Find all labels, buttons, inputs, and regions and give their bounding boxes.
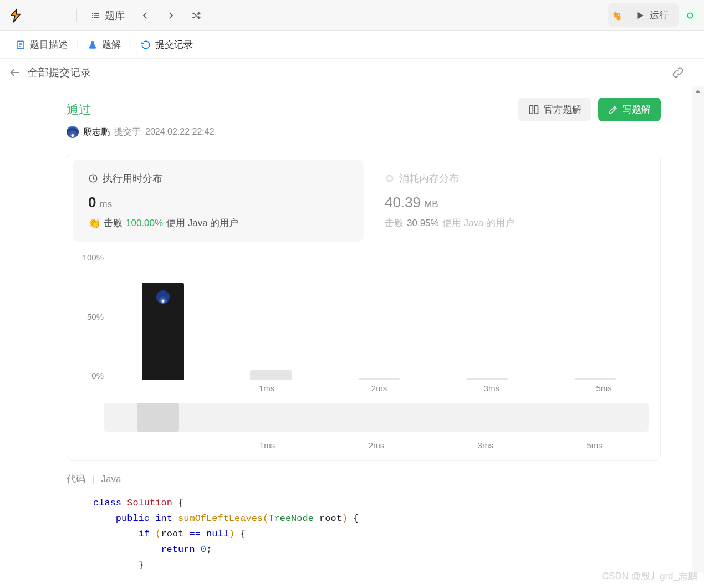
next-button[interactable] bbox=[160, 7, 181, 24]
sub-header: 全部提交记录 bbox=[0, 59, 704, 86]
official-solution-button[interactable]: 官方题解 bbox=[518, 98, 591, 121]
divider: | bbox=[76, 40, 79, 50]
scrollbar[interactable] bbox=[692, 86, 704, 573]
bar[interactable] bbox=[358, 378, 400, 380]
chart-plot[interactable] bbox=[109, 253, 649, 380]
beat-pct: 100.00% bbox=[126, 218, 163, 229]
bar[interactable] bbox=[466, 378, 508, 380]
minimap-column[interactable] bbox=[431, 403, 540, 432]
clap-icon: 👏 bbox=[88, 217, 100, 229]
runtime-chart: 100%50%0% bbox=[67, 247, 660, 380]
run-label: 运行 bbox=[650, 9, 669, 22]
play-icon bbox=[635, 11, 645, 21]
beat-suffix: 使用 Java 的用户 bbox=[166, 217, 238, 229]
history-icon bbox=[141, 40, 151, 50]
bar-column[interactable] bbox=[541, 253, 649, 380]
tab-label: 题解 bbox=[102, 38, 121, 51]
tab-submissions[interactable]: 提交记录 bbox=[134, 34, 200, 55]
tab-description[interactable]: 题目描述 bbox=[9, 34, 74, 55]
run-button[interactable]: 运行 bbox=[628, 6, 676, 25]
run-area: 运行 bbox=[608, 3, 679, 27]
minimap-label: 5ms bbox=[540, 441, 649, 450]
subhead-title: 全部提交记录 bbox=[28, 65, 91, 80]
minimap-labels: 1ms2ms3ms5ms bbox=[67, 441, 660, 460]
minimap-column[interactable] bbox=[322, 403, 431, 432]
submitted-prefix: 提交于 bbox=[114, 126, 141, 138]
y-tick: 50% bbox=[87, 312, 104, 321]
y-tick: 0% bbox=[91, 371, 104, 380]
problems-label: 题库 bbox=[105, 9, 125, 22]
chevron-left-icon bbox=[140, 11, 150, 21]
back-button[interactable] bbox=[9, 67, 21, 79]
memory-value: 40.39 bbox=[385, 194, 421, 211]
submitted-time: 2024.02.22 22:42 bbox=[145, 127, 215, 137]
bar-column[interactable] bbox=[217, 253, 325, 380]
divider: | bbox=[130, 40, 132, 50]
svg-point-2 bbox=[687, 13, 692, 18]
bar[interactable] bbox=[250, 370, 292, 380]
tab-solution[interactable]: 题解 bbox=[81, 34, 127, 55]
link-icon[interactable] bbox=[672, 67, 695, 79]
minimap-column[interactable] bbox=[104, 403, 213, 432]
divider: | bbox=[92, 474, 94, 485]
edit-icon bbox=[608, 105, 618, 115]
top-toolbar: 题库 运行 bbox=[0, 0, 704, 31]
description-icon bbox=[16, 40, 25, 50]
x-axis: 1ms2ms3ms5ms bbox=[67, 384, 660, 393]
status-row: 通过 官方题解 写题解 bbox=[67, 98, 661, 121]
beat-pct: 30.95% bbox=[407, 218, 439, 229]
svg-rect-1 bbox=[618, 13, 619, 16]
memory-unit: MB bbox=[424, 199, 438, 210]
tab-label: 提交记录 bbox=[155, 38, 193, 51]
minimap-label: 2ms bbox=[322, 441, 431, 450]
avatar-marker bbox=[156, 290, 170, 304]
runtime-value: 0 bbox=[88, 194, 96, 211]
btn-label: 官方题解 bbox=[544, 103, 581, 116]
minimap-label bbox=[104, 441, 213, 450]
code-header: 代码 | Java bbox=[67, 473, 661, 485]
author-row: 殷志鹏 提交于 2024.02.22 22:42 bbox=[67, 126, 661, 138]
memory-pane[interactable]: 消耗内存分布 40.39 MB 击败 30.95% 使用 Java 的用户 bbox=[369, 154, 660, 247]
bar-column[interactable] bbox=[109, 253, 217, 380]
continue-button[interactable] bbox=[683, 7, 697, 24]
premium-icon[interactable] bbox=[610, 10, 625, 21]
problems-button[interactable]: 题库 bbox=[85, 6, 130, 25]
bar-column[interactable] bbox=[325, 253, 433, 380]
stats-card: 执行用时分布 0 ms 👏 击败 100.00% 使用 Java 的用户 消耗内… bbox=[67, 154, 661, 461]
logo-icon[interactable] bbox=[7, 7, 24, 24]
bar[interactable] bbox=[142, 283, 184, 380]
write-solution-button[interactable]: 写题解 bbox=[598, 98, 661, 121]
shuffle-icon bbox=[191, 11, 201, 21]
stat-title: 执行用时分布 bbox=[103, 172, 162, 185]
shuffle-button[interactable] bbox=[186, 7, 207, 24]
runtime-unit: ms bbox=[99, 199, 112, 210]
bar[interactable] bbox=[574, 378, 616, 380]
avatar[interactable] bbox=[67, 126, 79, 138]
prev-button[interactable] bbox=[135, 7, 156, 24]
flask-icon bbox=[88, 40, 98, 50]
stat-title: 消耗内存分布 bbox=[399, 172, 459, 185]
runtime-pane[interactable]: 执行用时分布 0 ms 👏 击败 100.00% 使用 Java 的用户 bbox=[73, 160, 364, 242]
book-icon bbox=[528, 104, 539, 115]
beat-label: 击败 bbox=[104, 217, 123, 229]
chip-icon bbox=[385, 173, 395, 183]
tab-label: 题目描述 bbox=[30, 38, 68, 51]
x-label: 2ms bbox=[323, 384, 436, 393]
minimap-column[interactable] bbox=[540, 403, 649, 432]
x-label bbox=[98, 384, 211, 393]
x-label: 1ms bbox=[211, 384, 323, 393]
author-name[interactable]: 殷志鹏 bbox=[83, 126, 110, 138]
minimap[interactable] bbox=[104, 403, 649, 432]
y-axis: 100%50%0% bbox=[78, 253, 109, 380]
y-tick: 100% bbox=[83, 253, 104, 262]
svg-rect-5 bbox=[387, 176, 392, 181]
minimap-column[interactable] bbox=[213, 403, 322, 432]
x-label: 5ms bbox=[548, 384, 660, 393]
minimap-label: 3ms bbox=[431, 441, 540, 450]
bar-column[interactable] bbox=[433, 253, 541, 380]
beat-label: 击败 bbox=[385, 217, 404, 229]
divider bbox=[76, 9, 77, 22]
clock-icon bbox=[88, 173, 98, 183]
code-block[interactable]: class Solution { public int sumOfLeftLea… bbox=[67, 495, 661, 573]
btn-label: 写题解 bbox=[623, 103, 651, 116]
